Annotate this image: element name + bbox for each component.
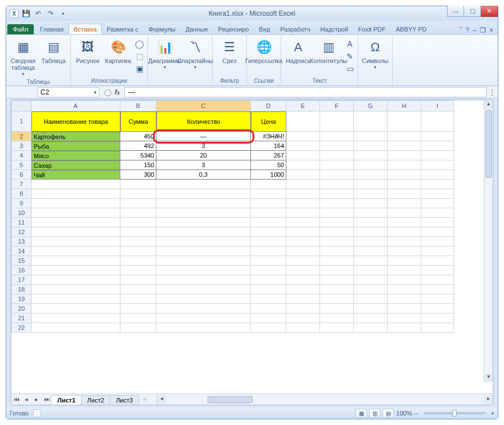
ribbon-tab-3[interactable]: Формулы [143,24,181,34]
clipart-button[interactable]: 🎨Картинка [104,37,133,65]
cell-F17[interactable] [320,275,354,285]
col-header-G[interactable]: G [354,100,388,111]
cell-I3[interactable] [421,141,454,151]
cell-D22[interactable] [251,323,286,333]
cell-D7[interactable] [251,180,286,189]
data-cell-A2[interactable]: Картофель [32,132,120,141]
sheet-tab-2[interactable]: Лист3 [110,395,139,405]
cell-C20[interactable] [156,304,251,314]
cell-G4[interactable] [354,151,388,160]
cell-C12[interactable] [156,227,251,237]
cell-E14[interactable] [286,247,320,256]
cell-D17[interactable] [251,275,286,285]
ribbon-tab-6[interactable]: Вид [254,24,275,34]
cell-D12[interactable] [251,227,286,237]
cell-E13[interactable] [286,237,320,247]
cell-C8[interactable] [156,189,251,199]
cell-F20[interactable] [320,304,354,314]
cell-C22[interactable] [156,323,251,333]
workbook-close-icon[interactable]: × [489,26,493,34]
row-header-18[interactable]: 18 [11,285,32,294]
col-header-F[interactable]: F [320,100,354,111]
cell-F7[interactable] [320,180,354,189]
cell-G5[interactable] [354,160,388,170]
tab-first-icon[interactable]: ⏮ [11,396,21,403]
fx-button[interactable]: fx [115,88,120,96]
row-header-4[interactable]: 4 [11,151,32,160]
cell-F13[interactable] [320,237,354,247]
cell-C10[interactable] [156,208,251,218]
cell-I2[interactable] [421,132,454,141]
cell-I15[interactable] [421,256,454,266]
signature-button[interactable]: ✎ [344,51,356,62]
cell-F21[interactable] [320,314,354,323]
cell-F5[interactable] [320,160,354,170]
row-header-6[interactable]: 6 [11,170,32,180]
cell-H18[interactable] [388,285,421,294]
cell-G12[interactable] [354,227,388,237]
worksheet[interactable]: ABCDEFGHI 123456789101112131415161718192… [11,100,493,393]
cell-E2[interactable] [286,132,320,141]
cell-I18[interactable] [421,285,454,294]
cell-I7[interactable] [421,180,454,189]
cell-G9[interactable] [354,199,388,208]
col-header-E[interactable]: E [286,100,320,111]
scroll-right-icon[interactable]: ▸ [484,395,493,404]
cell-A16[interactable] [32,266,120,275]
cell-G20[interactable] [354,304,388,314]
cell-G8[interactable] [354,189,388,199]
cell-H1[interactable] [388,111,421,132]
workbook-minimize-icon[interactable]: – [472,26,476,34]
ribbon-tab-1[interactable]: Вставка [69,24,102,34]
cell-A9[interactable] [32,199,120,208]
cell-B8[interactable] [120,189,156,199]
cell-B14[interactable] [120,247,156,256]
cell-F2[interactable] [320,132,354,141]
col-header-I[interactable]: I [421,100,454,111]
cell-E15[interactable] [286,256,320,266]
save-icon[interactable]: 💾 [21,8,31,19]
picture-button[interactable]: 🖼Рисунок [73,37,102,65]
cell-I1[interactable] [421,111,454,132]
fx-circle-icon[interactable]: ◯ [104,88,111,96]
cell-H14[interactable] [388,247,421,256]
cell-B13[interactable] [120,237,156,247]
hyperlink-button[interactable]: 🌐Гиперссылка [249,37,278,65]
screenshot-button[interactable]: ▣ [134,63,145,74]
shapes-button[interactable]: ◯ [134,38,145,50]
smartart-button[interactable]: ⬚ [134,51,145,62]
cell-C11[interactable] [156,218,251,227]
data-cell-D4[interactable]: 267 [251,151,286,160]
data-cell-A4[interactable]: Мясо [32,151,120,160]
data-cell-D5[interactable]: 50 [251,160,286,170]
ribbon-tab-2[interactable]: Разметка с [102,24,143,34]
zoom-slider[interactable] [424,412,485,414]
cell-E3[interactable] [286,141,320,151]
cell-G19[interactable] [354,294,388,304]
scroll-thumb[interactable] [485,110,492,178]
scroll-left-icon[interactable]: ◂ [157,395,166,404]
ribbon-tab-8[interactable]: Надстрой [315,24,353,34]
cell-H16[interactable] [388,266,421,275]
zoom-in-button[interactable]: + [491,410,494,417]
wordart-button[interactable]: A [344,38,356,50]
row-header-12[interactable]: 12 [11,227,32,237]
col-header-D[interactable]: D [251,100,286,111]
cell-E10[interactable] [286,208,320,218]
cell-F14[interactable] [320,247,354,256]
cell-F11[interactable] [320,218,354,227]
table-button[interactable]: ▤Таблица [39,37,68,65]
cell-B21[interactable] [120,314,156,323]
cell-D16[interactable] [251,266,286,275]
cell-H2[interactable] [388,132,421,141]
cell-F18[interactable] [320,285,354,294]
cell-I16[interactable] [421,266,454,275]
row-header-21[interactable]: 21 [11,314,32,323]
normal-view-button[interactable]: ▦ [356,409,367,418]
cell-E21[interactable] [286,314,320,323]
cell-E5[interactable] [286,160,320,170]
pivot-table-button[interactable]: ▦Сводная таблица▾ [8,37,38,78]
cell-D19[interactable] [251,294,286,304]
cell-B15[interactable] [120,256,156,266]
cell-B19[interactable] [120,294,156,304]
